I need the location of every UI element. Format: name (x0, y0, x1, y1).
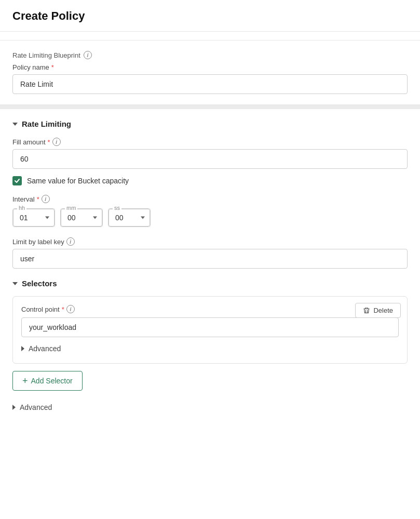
section-divider (0, 105, 420, 109)
ss-label: ss (113, 205, 121, 211)
mm-select-group: mm 00 15 30 45 (60, 208, 103, 227)
selectors-section: Selectors Delete Control point * i (12, 279, 408, 414)
page-title: Create Policy (12, 9, 408, 23)
same-value-label: Same value for Bucket capacity (27, 177, 129, 185)
page-header: Create Policy (0, 0, 420, 32)
fill-amount-info-icon[interactable]: i (52, 138, 61, 146)
rate-limiting-label: Rate Limiting (22, 119, 71, 128)
page-container: Create Policy Rate Limiting Blueprint i … (0, 0, 420, 519)
add-selector-label: Add Selector (31, 377, 73, 385)
add-selector-button[interactable]: + Add Selector (12, 371, 83, 391)
fill-amount-label: Fill amount * i (12, 138, 408, 146)
selectors-toggle[interactable]: Selectors (12, 279, 408, 288)
limit-by-input[interactable] (12, 249, 408, 269)
advanced-label-2: Advanced (20, 403, 52, 411)
policy-name-input[interactable] (12, 74, 408, 94)
hh-select[interactable]: 01 02 03 04 05 06 12 24 (13, 209, 55, 227)
control-point-info-icon[interactable]: i (66, 305, 75, 313)
advanced-toggle-2[interactable]: Advanced (12, 401, 408, 414)
selectors-label: Selectors (22, 279, 57, 288)
policy-name-required: * (51, 63, 54, 71)
mm-label: mm (65, 205, 77, 211)
hh-label: hh (17, 205, 26, 211)
same-value-checkbox[interactable] (12, 176, 22, 185)
rate-limiting-section: Rate Limiting Fill amount * i Same value… (0, 109, 420, 424)
limit-by-section: Limit by label key i (12, 237, 408, 269)
same-value-row: Same value for Bucket capacity (12, 176, 408, 185)
selector-item: Delete Control point * i Advanced (12, 296, 408, 364)
control-point-required: * (62, 305, 64, 313)
hh-select-group: hh 01 02 03 04 05 06 12 24 (12, 208, 55, 227)
blueprint-label-text: Rate Limiting Blueprint (12, 51, 80, 59)
limit-by-info-icon[interactable]: i (66, 237, 75, 246)
interval-info-icon[interactable]: i (42, 195, 50, 203)
advanced-toggle-1[interactable]: Advanced (21, 342, 399, 355)
advanced-chevron-right-icon-1 (21, 346, 24, 351)
advanced-chevron-right-icon-2 (12, 405, 16, 410)
control-point-input[interactable] (21, 317, 399, 337)
rate-limiting-chevron-down-icon (12, 123, 18, 126)
interval-label: Interval * i (12, 195, 408, 203)
interval-inputs: hh 01 02 03 04 05 06 12 24 mm (12, 208, 408, 227)
limit-by-label: Limit by label key i (12, 237, 408, 246)
ss-select[interactable]: 00 15 30 45 (109, 209, 150, 227)
rate-limiting-toggle[interactable]: Rate Limiting (12, 119, 408, 128)
delete-label: Delete (373, 307, 393, 314)
delete-button[interactable]: Delete (355, 303, 401, 318)
policy-name-label: Policy name * (12, 63, 408, 71)
plus-icon: + (22, 376, 28, 385)
blueprint-info-icon[interactable]: i (84, 51, 92, 59)
fill-amount-required: * (48, 138, 50, 146)
interval-row: Interval * i hh 01 02 03 04 05 06 12 (12, 195, 408, 227)
advanced-label-1: Advanced (29, 344, 61, 353)
blueprint-section: Rate Limiting Blueprint i Policy name * (0, 40, 420, 105)
blueprint-label: Rate Limiting Blueprint i (12, 51, 408, 59)
interval-required: * (37, 195, 39, 203)
control-point-label: Control point * i (21, 305, 399, 313)
trash-icon (363, 307, 370, 314)
fill-amount-input[interactable] (12, 149, 408, 169)
selectors-chevron-down-icon (12, 282, 18, 285)
mm-select[interactable]: 00 15 30 45 (61, 209, 102, 227)
ss-select-group: ss 00 15 30 45 (108, 208, 151, 227)
